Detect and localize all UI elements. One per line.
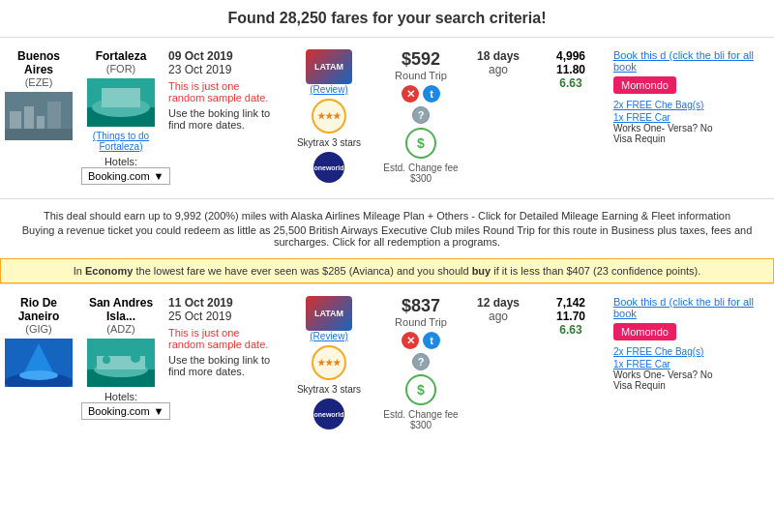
- info-icon-1[interactable]: ?: [412, 106, 430, 124]
- icons-row-2b: ?: [381, 353, 461, 370]
- svg-rect-4: [47, 102, 61, 131]
- change-fee-2: Estd. Change fee $300: [381, 409, 461, 430]
- cancel-icon-1[interactable]: ✕: [402, 85, 419, 103]
- svg-rect-1: [10, 111, 21, 131]
- dropdown-icon-1: ▼: [154, 170, 164, 182]
- svg-rect-2: [24, 106, 34, 131]
- dollar-icon-1: $: [405, 128, 436, 159]
- svg-point-19: [131, 353, 140, 363]
- origin-code-2: (GIG): [4, 323, 74, 335]
- origin-image-1: [5, 92, 73, 140]
- booking-btn-1[interactable]: Booking.com ▼: [81, 167, 170, 185]
- dest-1: Fortaleza (FOR) (Things to do Fortaleza)…: [77, 45, 164, 189]
- use-link-2: Use the boking link to find more dates.: [168, 354, 277, 377]
- economy-bar-1: In Economy the lowest fare we have ever …: [0, 258, 774, 283]
- perk3-1: Works One- Versa? No: [613, 123, 770, 133]
- svg-rect-9: [102, 88, 140, 107]
- trip-type-2: Round Trip: [381, 316, 461, 328]
- num1-2: 7,142: [536, 296, 606, 310]
- icons-row-2: ✕ t: [381, 332, 461, 349]
- icons-row-1: ✕ t: [381, 85, 461, 103]
- dest-code-2: (ADZ): [81, 323, 161, 335]
- origin-city-1: Buenos Aires: [4, 49, 74, 76]
- booking-btn-2[interactable]: Booking.com ▼: [81, 402, 170, 420]
- days-2: 12 days ago: [464, 292, 532, 327]
- origin-code-1: (EZE): [4, 76, 74, 88]
- airline-logo-1: LATAM: [306, 49, 352, 84]
- perk4-1: Visa Requin: [613, 133, 770, 144]
- review-link-1[interactable]: (Review): [284, 84, 373, 95]
- dest-city-1: Fortaleza: [81, 49, 161, 63]
- perk1-2[interactable]: 2x FREE Che Bag(s): [613, 346, 770, 357]
- origin-1: Buenos Aires (EZE): [0, 45, 77, 148]
- svg-rect-3: [37, 116, 45, 131]
- twitter-icon-1[interactable]: t: [423, 85, 440, 103]
- hotels-label-2: Hotels:: [81, 391, 161, 402]
- svg-point-18: [103, 356, 110, 364]
- info-icon-2[interactable]: ?: [412, 353, 430, 370]
- star-badge-2: ★★★: [312, 345, 346, 380]
- dropdown-icon-2: ▼: [154, 405, 164, 417]
- perk2-1[interactable]: 1x FREE Car: [613, 112, 770, 123]
- alliance-badge-1: oneworld: [313, 152, 344, 183]
- book-link-2[interactable]: Book this d (click the bli for all book: [613, 296, 770, 319]
- dollar-icon-2: $: [405, 374, 436, 405]
- numbers-2: 7,142 11.70 6.63: [532, 292, 610, 340]
- svg-rect-5: [5, 129, 73, 140]
- twitter-icon-2[interactable]: t: [423, 332, 440, 349]
- return-date-1: 23 Oct 2019: [168, 63, 277, 76]
- momondo-btn-1[interactable]: Momondo: [613, 76, 676, 94]
- momondo-btn-2[interactable]: Momondo: [613, 323, 676, 340]
- return-date-2: 25 Oct 2019: [168, 310, 277, 323]
- perk1-1[interactable]: 2x FREE Che Bag(s): [613, 100, 770, 110]
- depart-date-1: 09 Oct 2019: [168, 49, 277, 63]
- origin-city-2: Rio De Janeiro: [4, 296, 74, 323]
- airline-1: LATAM (Review) ★★★ Skytrax 3 stars onewo…: [281, 45, 377, 191]
- perk3-2: Works One- Versa? No: [613, 369, 770, 380]
- book-link-1[interactable]: Book this d (click the bli for all book: [613, 49, 770, 73]
- skytrax-2: Skytrax 3 stars: [284, 384, 373, 395]
- dates-2: 11 Oct 2019 25 Oct 2019 This is just one…: [164, 292, 281, 381]
- days-count-1: 18 days: [468, 49, 528, 63]
- perk4-2: Visa Requin: [613, 380, 770, 391]
- days-ago-2: ago: [468, 310, 528, 323]
- flight-row-1: Buenos Aires (EZE) Fortaleza (FOR) (: [0, 37, 774, 198]
- star-badge-1: ★★★: [312, 99, 346, 133]
- num2-2: 11.70: [536, 310, 606, 323]
- price-amount-1: $592: [381, 49, 461, 70]
- num1-1: 4,996: [536, 49, 606, 63]
- info-section-1: This deal should earn up to 9,992 (200%)…: [0, 198, 774, 258]
- origin-2: Rio De Janeiro (GIG): [0, 292, 77, 395]
- depart-date-2: 11 Oct 2019: [168, 296, 277, 310]
- days-ago-1: ago: [468, 63, 528, 76]
- trip-type-1: Round Trip: [381, 70, 461, 81]
- num3-1: 6.63: [536, 76, 606, 90]
- dest-city-2: San Andres Isla...: [81, 296, 161, 323]
- airline-2: LATAM (Review) ★★★ Skytrax 3 stars onewo…: [281, 292, 377, 437]
- price-1: $592 Round Trip ✕ t ? $ Estd. Change fee…: [377, 45, 464, 188]
- dates-1: 09 Oct 2019 23 Oct 2019 This is just one…: [164, 45, 281, 134]
- info-line2-1: Buying a revenue ticket you could redeem…: [15, 224, 759, 248]
- things-link-1[interactable]: (Things to do Fortaleza): [81, 131, 161, 152]
- sample-date-2: This is just one random sample date.: [168, 327, 277, 350]
- dest-2: San Andres Isla... (ADZ) Hotels: Booking…: [77, 292, 164, 424]
- skytrax-1: Skytrax 3 stars: [284, 137, 373, 148]
- flight-row-2: Rio De Janeiro (GIG) San Andres Isla... …: [0, 283, 774, 445]
- perk2-2[interactable]: 1x FREE Car: [613, 359, 770, 369]
- icons-row-1b: ?: [381, 106, 461, 124]
- change-fee-1: Estd. Change fee $300: [381, 163, 461, 184]
- days-count-2: 12 days: [468, 296, 528, 310]
- num3-2: 6.63: [536, 323, 606, 337]
- dest-image-1: [87, 78, 155, 127]
- info-line1-1: This deal should earn up to 9,992 (200%)…: [15, 210, 759, 222]
- dest-image-2: [87, 339, 155, 387]
- book-1: Book this d (click the bli for all book …: [610, 45, 774, 148]
- origin-image-2: [5, 339, 73, 387]
- days-1: 18 days ago: [464, 45, 532, 80]
- airline-logo-2: LATAM: [306, 296, 352, 331]
- header-title: Found 28,250 fares for your search crite…: [227, 10, 546, 26]
- use-link-1: Use the boking link to find more dates.: [168, 107, 277, 131]
- cancel-icon-2[interactable]: ✕: [402, 332, 419, 349]
- price-2: $837 Round Trip ✕ t ? $ Estd. Change fee…: [377, 292, 464, 434]
- review-link-2[interactable]: (Review): [284, 331, 373, 341]
